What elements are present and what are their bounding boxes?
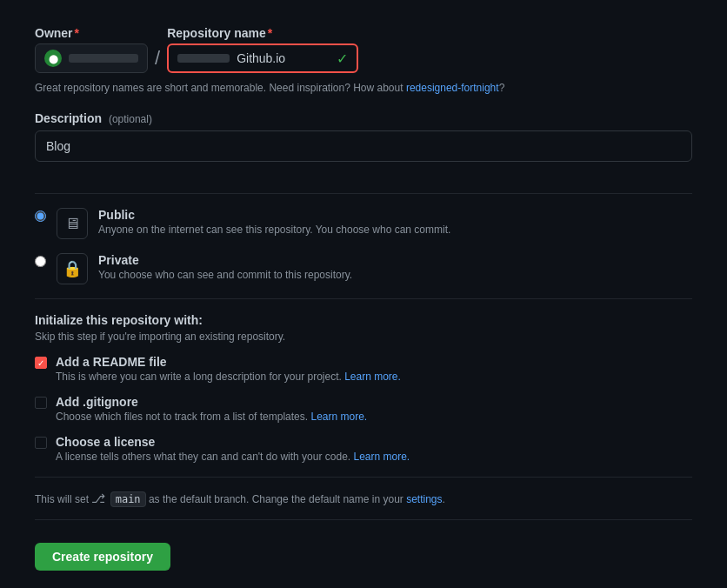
hint-suggestion-link[interactable]: redesigned-fortnight: [406, 82, 499, 94]
public-content: Public Anyone on the internet can see th…: [98, 208, 692, 236]
gitignore-checkbox[interactable]: [35, 397, 47, 409]
readme-learn-more-link[interactable]: Learn more.: [344, 371, 401, 383]
private-description: You choose who can see and commit to thi…: [98, 269, 692, 281]
owner-input[interactable]: ⬤: [35, 43, 148, 73]
repo-check-icon: ✓: [337, 50, 348, 67]
readme-desc: This is where you can write a long descr…: [56, 371, 401, 383]
description-input[interactable]: [35, 130, 692, 162]
license-content: Choose a license A license tells others …: [56, 435, 410, 463]
gitignore-learn-more-link[interactable]: Learn more.: [310, 411, 367, 423]
repo-name-hint: Great repository names are short and mem…: [35, 82, 692, 94]
readme-option: ✓ Add a README file This is where you ca…: [35, 355, 692, 383]
readme-checkbox[interactable]: ✓: [35, 357, 47, 369]
repo-name-value: Github.io: [237, 51, 285, 65]
divider-1: [35, 193, 692, 194]
owner-avatar: ⬤: [44, 50, 62, 67]
branch-name-badge: main: [110, 491, 146, 507]
create-repo-form: Owner* ⬤ / Repository name* Github.io ✓ …: [35, 26, 692, 571]
gitignore-content: Add .gitignore Choose which files not to…: [56, 395, 367, 423]
description-label: Description (optional): [35, 111, 692, 125]
owner-name-blur: [69, 54, 138, 63]
gitignore-desc: Choose which files not to track from a l…: [56, 411, 367, 423]
gitignore-option: Add .gitignore Choose which files not to…: [35, 395, 692, 423]
public-option: 🖥 Public Anyone on the internet can see …: [35, 208, 692, 239]
owner-required: *: [75, 26, 79, 40]
gitignore-label: Add .gitignore: [56, 395, 367, 409]
public-description: Anyone on the internet can see this repo…: [98, 224, 692, 236]
license-checkbox[interactable]: [35, 437, 47, 449]
repo-name-label-text: Repository name: [167, 26, 266, 40]
owner-label: Owner*: [35, 26, 148, 40]
owner-label-text: Owner: [35, 26, 73, 40]
repo-required: *: [268, 26, 272, 40]
branch-note-after: as the default branch. Change the defaul…: [149, 493, 406, 505]
branch-note-before: This will set: [35, 493, 91, 505]
readme-content: Add a README file This is where you can …: [56, 355, 401, 383]
hint-text-after: ?: [499, 82, 505, 94]
license-desc: A license tells others what they can and…: [56, 451, 410, 463]
owner-group: Owner* ⬤: [35, 26, 148, 73]
license-desc-text: A license tells others what they can and…: [56, 451, 354, 463]
create-repo-button[interactable]: Create repository: [35, 543, 170, 571]
settings-link[interactable]: settings: [406, 493, 442, 505]
gitignore-desc-text: Choose which files not to track from a l…: [56, 411, 310, 423]
repo-name-group: Repository name* Github.io ✓: [167, 26, 358, 73]
path-slash: /: [155, 43, 160, 73]
init-title: Initialize this repository with:: [35, 313, 692, 327]
license-learn-more-link[interactable]: Learn more.: [354, 451, 410, 463]
public-label: Public: [98, 208, 692, 222]
description-label-text: Description: [35, 111, 102, 125]
owner-repo-row: Owner* ⬤ / Repository name* Github.io ✓: [35, 26, 692, 73]
repo-name-input-wrap[interactable]: Github.io ✓: [167, 43, 358, 73]
branch-icon: ⎇: [91, 491, 105, 505]
readme-label: Add a README file: [56, 355, 401, 369]
repo-name-label: Repository name*: [167, 26, 358, 40]
private-option: 🔒 Private You choose who can see and com…: [35, 253, 692, 284]
branch-note-end: .: [443, 493, 445, 505]
private-icon: 🔒: [57, 253, 88, 284]
divider-2: [35, 298, 692, 299]
default-branch-note: This will set ⎇ main as the default bran…: [35, 491, 692, 505]
license-label: Choose a license: [56, 435, 410, 449]
private-label: Private: [98, 253, 692, 267]
private-content: Private You choose who can see and commi…: [98, 253, 692, 281]
divider-3: [35, 477, 692, 478]
readme-desc-text: This is where you can write a long descr…: [56, 371, 344, 383]
init-subtitle: Skip this step if you're importing an ex…: [35, 331, 692, 343]
private-radio[interactable]: [35, 256, 46, 267]
public-radio[interactable]: [35, 210, 46, 222]
license-option: Choose a license A license tells others …: [35, 435, 692, 463]
description-optional: (optional): [109, 113, 152, 125]
divider-4: [35, 519, 692, 520]
hint-text-before: Great repository names are short and mem…: [35, 82, 406, 94]
public-icon: 🖥: [57, 208, 88, 239]
repo-name-blur: [177, 54, 230, 63]
avatar-icon: ⬤: [49, 54, 58, 63]
